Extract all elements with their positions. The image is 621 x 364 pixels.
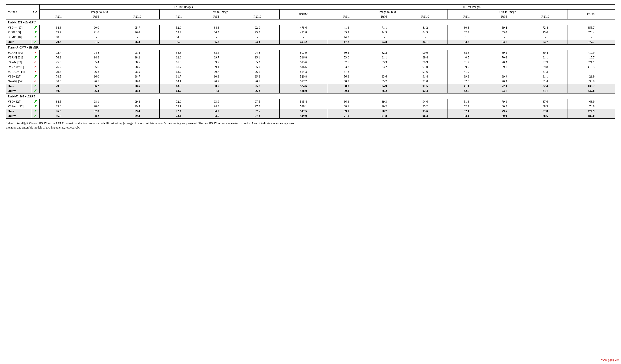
r10-i2t-1k: R@10	[115, 14, 159, 19]
data-cell: 52.0	[159, 25, 198, 30]
data-cell: -	[485, 69, 523, 74]
data-cell: 69.1	[327, 109, 365, 114]
data-cell: 42.5	[447, 79, 485, 84]
section-title: ResNeXt-101 + BERT	[6, 94, 615, 99]
data-cell: 61.3	[159, 60, 198, 65]
data-cell: 96.3	[115, 40, 159, 45]
data-cell: 69.3	[485, 50, 523, 55]
data-cell: 81.4	[523, 79, 568, 84]
data-cell: 58.8	[159, 50, 198, 55]
data-cell: 96.2	[235, 89, 280, 94]
data-cell: 41.2	[447, 60, 485, 65]
data-cell: 53.7	[327, 65, 365, 69]
r5-t2i-5k: R@5	[485, 14, 523, 19]
data-cell: 98.8	[115, 89, 159, 94]
data-cell: 40.5	[447, 55, 485, 60]
data-cell: 91.4	[198, 89, 235, 94]
data-cell: 64.7	[159, 89, 198, 94]
data-cell: 478.6	[280, 25, 327, 30]
r5-i2t-5k: R@5	[365, 14, 403, 19]
ca-cell: ✗	[31, 25, 39, 30]
data-cell: 99.4	[115, 104, 159, 109]
data-cell: 61.7	[159, 65, 198, 69]
data-cell: 482.0	[568, 114, 615, 119]
data-cell: 41.1	[447, 84, 485, 89]
green-x-icon: ✗	[34, 35, 36, 39]
data-cell: 75.0	[523, 30, 568, 35]
r1-t2i-1k: R@1	[159, 14, 198, 19]
data-cell: 90.0	[78, 25, 115, 30]
method-cell: CAAN [53]	[6, 60, 31, 65]
group-5k-header: 5K Test Images	[327, 4, 615, 10]
data-cell: 30.3	[447, 25, 485, 30]
green-x-icon: ✗	[34, 105, 36, 108]
data-cell: 57.8	[327, 69, 365, 74]
data-cell: 74.3	[365, 30, 403, 35]
data-cell: 56.6	[327, 74, 365, 79]
data-cell: 81.3	[523, 69, 568, 74]
green-x-icon: ✗	[34, 31, 36, 34]
data-cell: 66.4	[327, 99, 365, 104]
data-cell: 96.5	[78, 79, 115, 84]
data-cell: 94.0	[198, 109, 235, 114]
data-cell: 33.8	[447, 40, 485, 45]
rsum-1k: RSUM	[280, 10, 327, 19]
data-cell: 91.5	[403, 84, 447, 89]
data-cell: 98.6	[115, 84, 159, 89]
table-row: Ours✗70.391.596.356.085.893.3493.247.274…	[6, 40, 615, 45]
data-cell: 89.3	[365, 99, 403, 104]
img-to-text-1k: Image-to-Text	[39, 10, 159, 15]
data-cell: 51.6	[447, 99, 485, 104]
table-row: CAAN [53]✓75.595.498.561.389.795.2515.65…	[6, 60, 615, 65]
data-cell: 93.7	[235, 30, 280, 35]
data-cell: 547.5	[280, 109, 327, 114]
data-cell: 83.3	[365, 60, 403, 65]
data-cell: 82.2	[365, 50, 403, 55]
data-cell: 89.7	[198, 60, 235, 65]
table-row: Ours†✗86.698.299.473.494.597.8549.971.09…	[6, 114, 615, 119]
data-cell: 44.2	[327, 35, 365, 40]
data-cell: 52.7	[447, 104, 485, 109]
table-row: PVSE [45]✗69.291.696.655.286.593.7492.84…	[6, 30, 615, 35]
data-cell: 85.6	[39, 104, 78, 109]
data-cell: 83.1	[523, 89, 568, 94]
ca-cell: ✗	[31, 30, 39, 35]
data-cell: 97.5	[235, 99, 280, 104]
data-cell: 71.1	[365, 25, 403, 30]
data-cell: 86.3	[39, 109, 78, 114]
data-cell: 68.8	[39, 35, 78, 40]
data-cell: 52.1	[447, 109, 485, 114]
data-cell: -	[235, 35, 280, 40]
r1-i2t-5k: R@1	[327, 14, 365, 19]
data-cell: -	[365, 69, 403, 74]
data-cell: 95.0	[235, 65, 280, 69]
ca-cell: ✓	[31, 79, 39, 84]
data-cell: 50.4	[327, 50, 365, 55]
table-row: NAAF† [52]✓80.596.598.864.190.796.5527.2…	[6, 79, 615, 84]
data-cell: -	[115, 35, 159, 40]
table-row: SGRAF† [14]✓79.696.298.563.290.796.1524.…	[6, 69, 615, 74]
data-cell: 90.7	[198, 69, 235, 74]
data-cell: 73.4	[159, 114, 198, 119]
data-cell: 81.2	[403, 25, 447, 30]
table-row: PCME [10]✗68.8--54.6---44.2--31.9---	[6, 35, 615, 40]
data-cell: 421.1	[568, 60, 615, 65]
data-cell: 99.4	[115, 109, 159, 114]
ca-cell: ✗	[31, 99, 39, 104]
data-cell: 545.4	[280, 99, 327, 104]
method-cell: VSE∞ [27]	[6, 74, 31, 79]
data-cell: 95.1	[235, 55, 280, 60]
data-cell: 98.5	[115, 60, 159, 65]
table-row: VSRN† [31]✗76.294.898.262.889.795.1516.8…	[6, 55, 615, 60]
data-cell: 72.0	[159, 99, 198, 104]
data-cell: 474.9	[568, 109, 615, 114]
data-cell: 91.5	[78, 40, 115, 45]
ca-cell: ✗	[31, 84, 39, 89]
data-cell: 69.9	[485, 74, 523, 79]
data-cell: 95.4	[78, 60, 115, 65]
ca-cell: ✗	[31, 74, 39, 79]
data-cell: 90.7	[198, 84, 235, 89]
data-cell: -	[568, 35, 615, 40]
data-cell: -	[403, 35, 447, 40]
data-cell: 92.0	[235, 25, 280, 30]
